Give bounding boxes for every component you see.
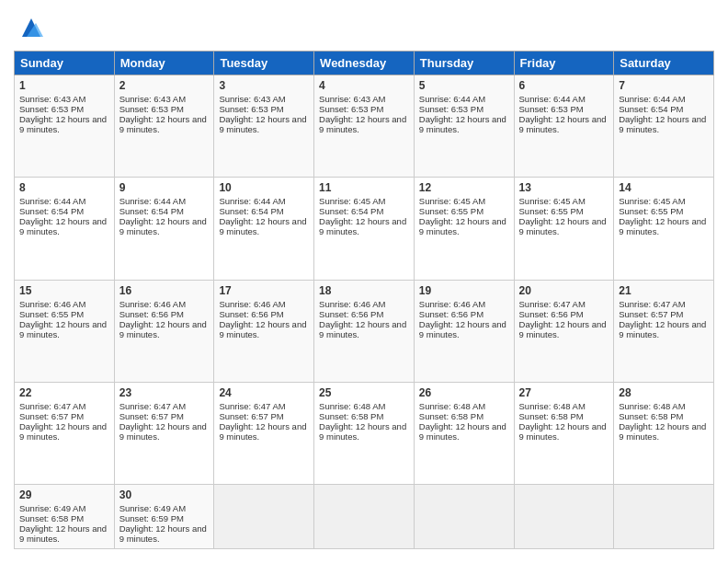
daylight-label: Daylight: 12 hours and 9 minutes. (519, 216, 607, 236)
calendar-cell (414, 485, 514, 549)
daylight-label: Daylight: 12 hours and 9 minutes. (19, 216, 107, 236)
calendar-cell (514, 485, 614, 549)
daylight-label: Daylight: 12 hours and 9 minutes. (419, 216, 506, 236)
calendar-cell: 3 Sunrise: 6:43 AM Sunset: 6:53 PM Dayli… (214, 75, 314, 178)
daylight-label: Daylight: 12 hours and 9 minutes. (19, 319, 107, 339)
day-number: 5 (419, 79, 509, 92)
sunrise-label: Sunrise: 6:44 AM (119, 196, 186, 206)
sunset-label: Sunset: 6:53 PM (219, 104, 283, 114)
sunset-label: Sunset: 6:58 PM (619, 411, 683, 421)
header-row: SundayMondayTuesdayWednesdayThursdayFrid… (15, 52, 714, 75)
sunrise-label: Sunrise: 6:43 AM (119, 94, 186, 104)
sunset-label: Sunset: 6:57 PM (19, 411, 84, 421)
day-number: 29 (19, 488, 109, 501)
day-number: 27 (519, 386, 609, 399)
sunrise-label: Sunrise: 6:44 AM (419, 94, 485, 104)
day-number: 16 (119, 284, 210, 297)
sunset-label: Sunset: 6:57 PM (619, 309, 683, 319)
day-number: 23 (119, 386, 210, 399)
calendar-cell: 14 Sunrise: 6:45 AM Sunset: 6:55 PM Dayl… (614, 178, 714, 280)
day-number: 10 (219, 181, 309, 194)
sunset-label: Sunset: 6:56 PM (119, 309, 184, 319)
daylight-label: Daylight: 12 hours and 9 minutes. (319, 216, 406, 236)
sunrise-label: Sunrise: 6:45 AM (419, 196, 485, 206)
daylight-label: Daylight: 12 hours and 9 minutes. (219, 114, 306, 134)
day-header-wednesday: Wednesday (314, 52, 415, 75)
header (14, 14, 714, 41)
sunrise-label: Sunrise: 6:45 AM (519, 196, 586, 206)
daylight-label: Daylight: 12 hours and 9 minutes. (419, 114, 506, 134)
sunset-label: Sunset: 6:54 PM (19, 206, 84, 216)
sunrise-label: Sunrise: 6:44 AM (219, 196, 285, 206)
calendar-cell: 27 Sunrise: 6:48 AM Sunset: 6:58 PM Dayl… (514, 382, 614, 484)
sunset-label: Sunset: 6:55 PM (419, 206, 483, 216)
calendar-cell: 19 Sunrise: 6:46 AM Sunset: 6:56 PM Dayl… (414, 280, 514, 382)
calendar-cell (314, 485, 415, 549)
sunrise-label: Sunrise: 6:45 AM (319, 196, 385, 206)
calendar-cell: 24 Sunrise: 6:47 AM Sunset: 6:57 PM Dayl… (214, 382, 314, 484)
daylight-label: Daylight: 12 hours and 9 minutes. (319, 114, 406, 134)
daylight-label: Daylight: 12 hours and 9 minutes. (119, 523, 207, 544)
day-number: 26 (419, 386, 509, 399)
day-number: 7 (619, 79, 709, 92)
logo-icon (17, 14, 45, 41)
sunrise-label: Sunrise: 6:44 AM (519, 94, 586, 104)
day-header-thursday: Thursday (414, 52, 514, 75)
sunset-label: Sunset: 6:57 PM (119, 411, 184, 421)
day-header-tuesday: Tuesday (214, 52, 314, 75)
day-number: 18 (319, 284, 409, 297)
daylight-label: Daylight: 12 hours and 9 minutes. (119, 114, 207, 134)
calendar-cell: 11 Sunrise: 6:45 AM Sunset: 6:54 PM Dayl… (314, 178, 415, 280)
daylight-label: Daylight: 12 hours and 9 minutes. (219, 319, 306, 339)
sunset-label: Sunset: 6:58 PM (519, 411, 584, 421)
sunrise-label: Sunrise: 6:46 AM (319, 299, 385, 309)
day-number: 20 (519, 284, 609, 297)
daylight-label: Daylight: 12 hours and 9 minutes. (519, 319, 607, 339)
calendar-table: SundayMondayTuesdayWednesdayThursdayFrid… (14, 51, 714, 549)
calendar-cell: 7 Sunrise: 6:44 AM Sunset: 6:54 PM Dayli… (614, 75, 714, 178)
sunrise-label: Sunrise: 6:46 AM (219, 299, 285, 309)
day-number: 11 (319, 181, 409, 194)
sunset-label: Sunset: 6:53 PM (119, 104, 184, 114)
daylight-label: Daylight: 12 hours and 9 minutes. (119, 319, 207, 339)
daylight-label: Daylight: 12 hours and 9 minutes. (419, 319, 506, 339)
sunrise-label: Sunrise: 6:47 AM (619, 299, 685, 309)
day-number: 4 (319, 79, 409, 92)
sunrise-label: Sunrise: 6:49 AM (19, 503, 85, 513)
sunset-label: Sunset: 6:58 PM (419, 411, 483, 421)
day-header-friday: Friday (514, 52, 614, 75)
calendar-cell: 5 Sunrise: 6:44 AM Sunset: 6:53 PM Dayli… (414, 75, 514, 178)
sunrise-label: Sunrise: 6:43 AM (319, 94, 385, 104)
calendar-cell: 20 Sunrise: 6:47 AM Sunset: 6:56 PM Dayl… (514, 280, 614, 382)
sunrise-label: Sunrise: 6:48 AM (319, 401, 385, 411)
day-header-sunday: Sunday (15, 52, 115, 75)
calendar-cell: 4 Sunrise: 6:43 AM Sunset: 6:53 PM Dayli… (314, 75, 415, 178)
day-number: 3 (219, 79, 309, 92)
sunset-label: Sunset: 6:53 PM (419, 104, 483, 114)
sunrise-label: Sunrise: 6:46 AM (419, 299, 485, 309)
logo (14, 14, 45, 41)
sunset-label: Sunset: 6:54 PM (319, 206, 383, 216)
sunrise-label: Sunrise: 6:43 AM (219, 94, 285, 104)
calendar-cell: 15 Sunrise: 6:46 AM Sunset: 6:55 PM Dayl… (15, 280, 115, 382)
sunset-label: Sunset: 6:56 PM (319, 309, 383, 319)
daylight-label: Daylight: 12 hours and 9 minutes. (519, 421, 607, 442)
sunset-label: Sunset: 6:53 PM (319, 104, 383, 114)
calendar-cell: 13 Sunrise: 6:45 AM Sunset: 6:55 PM Dayl… (514, 178, 614, 280)
sunset-label: Sunset: 6:54 PM (119, 206, 184, 216)
daylight-label: Daylight: 12 hours and 9 minutes. (19, 114, 107, 134)
calendar-cell (214, 485, 314, 549)
calendar-cell: 23 Sunrise: 6:47 AM Sunset: 6:57 PM Dayl… (114, 382, 214, 484)
day-number: 24 (219, 386, 309, 399)
daylight-label: Daylight: 12 hours and 9 minutes. (619, 421, 706, 442)
daylight-label: Daylight: 12 hours and 9 minutes. (519, 114, 607, 134)
day-number: 12 (419, 181, 509, 194)
calendar-week-1: 1 Sunrise: 6:43 AM Sunset: 6:53 PM Dayli… (15, 75, 714, 178)
day-header-saturday: Saturday (614, 52, 714, 75)
daylight-label: Daylight: 12 hours and 9 minutes. (119, 421, 207, 442)
sunrise-label: Sunrise: 6:49 AM (119, 503, 186, 513)
day-number: 21 (619, 284, 709, 297)
day-number: 17 (219, 284, 309, 297)
daylight-label: Daylight: 12 hours and 9 minutes. (419, 421, 506, 442)
sunrise-label: Sunrise: 6:44 AM (619, 94, 685, 104)
